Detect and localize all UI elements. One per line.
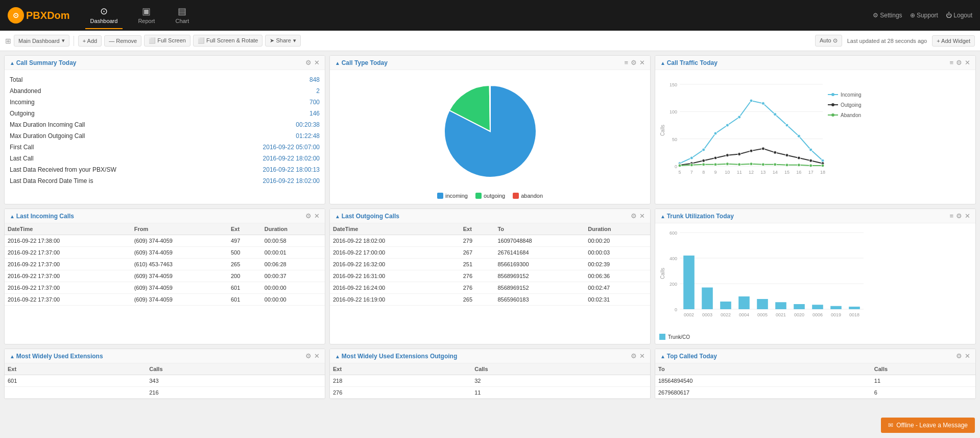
col-header: DateTime — [5, 223, 131, 235]
trunk-legend-color — [659, 334, 665, 340]
bar-chart: 0200400600Calls0002000300220004000500210… — [659, 227, 874, 330]
top-called-header: Top Called Today ⚙ ✕ — [655, 349, 975, 363]
nav-dashboard[interactable]: ⊙ Dashboard — [85, 2, 123, 29]
table-cell: 601 — [5, 375, 146, 387]
svg-text:9: 9 — [714, 170, 716, 175]
table-cell: 276 — [460, 282, 495, 294]
most-widely-used-close-icon[interactable]: ✕ — [314, 352, 320, 360]
toolbar-grip-icon[interactable]: ⊞ — [5, 37, 11, 45]
trunk-utilization-menu-icon[interactable]: ≡ — [949, 212, 953, 220]
table-cell: 00:02:31 — [585, 294, 650, 306]
table-cell: 00:00:01 — [261, 247, 325, 259]
table-cell: (609) 374-4059 — [131, 282, 228, 294]
call-traffic-menu-icon[interactable]: ≡ — [949, 59, 953, 66]
most-widely-outgoing-close-icon[interactable]: ✕ — [639, 352, 645, 360]
call-type-settings-icon[interactable]: ⚙ — [631, 59, 637, 66]
most-widely-used-body: ExtCalls 601343216 — [5, 363, 325, 399]
nav-report[interactable]: ▣ Report — [133, 2, 160, 29]
table-cell: 2016-09-22 17:37:00 — [5, 270, 131, 282]
table-cell: 8565960183 — [494, 294, 585, 306]
table-cell: 16097048848 — [494, 235, 585, 247]
last-outgoing-settings-icon[interactable]: ⚙ — [631, 212, 637, 220]
fullscreen-button[interactable]: ⬜ Full Screen — [144, 35, 190, 47]
svg-point-33 — [809, 148, 812, 151]
trunk-utilization-settings-icon[interactable]: ⚙ — [956, 212, 962, 220]
top-called-settings-icon[interactable]: ⚙ — [956, 352, 962, 360]
call-traffic-settings-icon[interactable]: ⚙ — [956, 59, 962, 66]
last-incoming-header: Last Incoming Calls ⚙ ✕ — [5, 209, 325, 223]
share-button[interactable]: ➤ Share ▾ — [265, 35, 300, 47]
add-widget-button[interactable]: + Add Widget — [932, 35, 975, 47]
most-widely-outgoing-settings-icon[interactable]: ⚙ — [631, 352, 637, 360]
call-traffic-close-icon[interactable]: ✕ — [965, 59, 970, 66]
table-cell: 11 — [871, 375, 975, 387]
summary-value: 00:20:38 — [211, 119, 321, 130]
col-header: Ext — [460, 223, 495, 235]
last-outgoing-body: DateTimeExtToDuration 2016-09-22 18:02:0… — [330, 223, 650, 306]
svg-rect-95 — [830, 306, 842, 309]
trunk-utilization-body: 0200400600Calls0002000300220004000500210… — [655, 223, 975, 344]
table-row: 601343 — [5, 375, 325, 387]
call-type-close-icon[interactable]: ✕ — [639, 59, 645, 66]
last-outgoing-close-icon[interactable]: ✕ — [639, 212, 645, 220]
table-cell: 00:02:47 — [585, 282, 650, 294]
table-cell: 11 — [471, 387, 650, 399]
last-incoming-settings-icon[interactable]: ⚙ — [305, 212, 312, 220]
support-link[interactable]: ⊕ Support — [910, 12, 938, 19]
svg-point-32 — [797, 134, 800, 137]
svg-rect-81 — [702, 288, 713, 310]
svg-text:150: 150 — [670, 82, 677, 87]
most-widely-outgoing-header: Most Widely Used Extensions Outgoing ⚙ ✕ — [330, 349, 650, 363]
logout-link[interactable]: ⏻ Logout — [946, 12, 972, 19]
table-cell: 276 — [460, 270, 495, 282]
call-summary-close-icon[interactable]: ✕ — [314, 59, 320, 66]
summary-label: Last Data Received from your PBX/SW — [9, 164, 211, 175]
svg-point-68 — [831, 113, 834, 117]
most-widely-used-widget: Most Widely Used Extensions ⚙ ✕ ExtCalls… — [4, 349, 325, 399]
table-cell: 8568969152 — [494, 270, 585, 282]
nav-chart[interactable]: ▤ Chart — [170, 2, 194, 29]
table-cell: 00:00:00 — [261, 282, 325, 294]
dashboard-selector[interactable]: Main Dashboard ▾ — [14, 35, 69, 47]
call-type-title: Call Type Today — [335, 59, 624, 66]
settings-link[interactable]: ⚙ Settings — [873, 12, 902, 19]
call-traffic-body: 0501001505789101112131415161718CallsInco… — [655, 70, 975, 192]
table-cell: 267 — [460, 247, 495, 259]
add-label: + Add — [83, 38, 97, 44]
add-button[interactable]: + Add — [78, 35, 102, 47]
auto-button[interactable]: Auto ⊙ — [815, 35, 842, 47]
most-widely-used-settings-icon[interactable]: ⚙ — [305, 352, 312, 360]
svg-point-58 — [797, 164, 800, 167]
summary-label: Max Duration Incoming Call — [9, 119, 211, 130]
share-dropdown-icon: ▾ — [293, 37, 296, 44]
svg-point-40 — [738, 153, 741, 156]
trunk-utilization-close-icon[interactable]: ✕ — [965, 212, 970, 220]
table-cell: 200 — [228, 270, 261, 282]
svg-text:16: 16 — [796, 170, 801, 175]
trunk-legend: Trunk/CO — [659, 334, 971, 340]
summary-label: Incoming — [9, 97, 211, 108]
svg-text:Abandon: Abandon — [841, 112, 861, 118]
svg-text:5: 5 — [678, 170, 681, 175]
summary-value: 01:22:48 — [211, 130, 321, 142]
remove-button[interactable]: — Remove — [104, 35, 141, 47]
top-called-close-icon[interactable]: ✕ — [965, 352, 970, 360]
svg-text:0018: 0018 — [849, 312, 859, 317]
fullscreen-rotate-button[interactable]: ⬜ Full Screen & Rotate — [193, 35, 263, 47]
call-type-menu-icon[interactable]: ≡ — [624, 59, 628, 66]
abandon-label: abandon — [521, 193, 543, 199]
last-incoming-close-icon[interactable]: ✕ — [314, 212, 320, 220]
svg-text:0: 0 — [675, 307, 677, 312]
last-outgoing-table: DateTimeExtToDuration 2016-09-22 18:02:0… — [330, 223, 650, 306]
svg-text:15: 15 — [784, 170, 790, 175]
call-traffic-widget: Call Traffic Today ≡ ⚙ ✕ 050100150578910… — [655, 55, 976, 204]
call-summary-settings-icon[interactable]: ⚙ — [305, 59, 312, 66]
last-incoming-widget: Last Incoming Calls ⚙ ✕ DateTimeFromExtD… — [4, 209, 325, 344]
abandon-color — [513, 193, 519, 199]
logo: ⊙ PBXDom — [8, 7, 70, 24]
svg-text:14: 14 — [773, 170, 778, 175]
pie-legend: incoming outgoing abandon — [437, 193, 543, 199]
fullscreen-label: ⬜ Full Screen — [149, 37, 186, 44]
top-nav: ⊙ PBXDom ⊙ Dashboard ▣ Report ▤ Chart ⚙ … — [0, 0, 980, 31]
fullscreen-rotate-label: ⬜ Full Screen & Rotate — [198, 37, 258, 44]
